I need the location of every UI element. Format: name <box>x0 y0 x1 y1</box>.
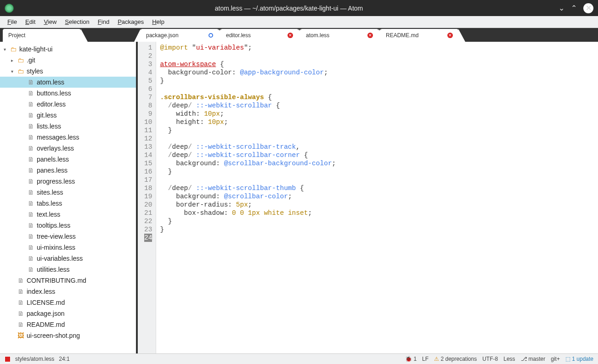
menu-selection[interactable]: Selection <box>61 17 93 26</box>
menu-packages[interactable]: Packages <box>114 17 147 26</box>
maximize-icon[interactable]: ⌃ <box>571 4 577 12</box>
tree-file-LICENSE-md[interactable]: 🗎LICENSE.md <box>0 297 136 308</box>
tree-file-tabs-less[interactable]: 🗎tabs.less <box>0 198 136 209</box>
tree-file-index-less[interactable]: 🗎index.less <box>0 286 136 297</box>
status-deprecations[interactable]: ⚠ 2 deprecations <box>434 356 477 362</box>
tree-file-sites-less[interactable]: 🗎sites.less <box>0 187 136 198</box>
code-line[interactable]: /deep/ ::-webkit-scrollbar-track, <box>160 143 336 151</box>
tree-item-label: overlays.less <box>37 145 74 152</box>
status-update[interactable]: ⬚ 1 update <box>565 356 593 362</box>
tree-file-ui-screen-shot-png[interactable]: 🖼ui-screen-shot.png <box>0 330 136 341</box>
code-line[interactable]: /deep/ ::-webkit-scrollbar-corner { <box>160 151 336 159</box>
tree-file-editor-less[interactable]: 🗎editor.less <box>0 99 136 110</box>
tab-close-icon[interactable]: ✕ <box>288 33 293 38</box>
code-line[interactable]: height: 10px; <box>160 118 336 126</box>
file-icon: 🗎 <box>27 78 35 86</box>
tree-file-atom-less[interactable]: 🗎atom.less <box>0 77 136 88</box>
tree-file-git-less[interactable]: 🗎git.less <box>0 110 136 121</box>
status-file: styles/atom.less <box>15 356 54 362</box>
tree-folder-git[interactable]: ▸🗀.git <box>0 55 136 66</box>
status-indicator-icon[interactable] <box>5 356 11 362</box>
tab-label: package.json <box>146 32 205 39</box>
tree-file-package-json[interactable]: 🗎package.json <box>0 308 136 319</box>
line-number: 8 <box>144 101 152 110</box>
tree-item-label: kate-light-ui <box>19 45 52 53</box>
status-branch[interactable]: master <box>521 356 546 362</box>
code-editor[interactable]: 123456789101112131415161718192021222324 … <box>138 42 598 353</box>
status-lf[interactable]: LF <box>422 356 429 362</box>
code-line[interactable]: } <box>160 168 336 176</box>
file-tree[interactable]: ▾🗀kate-light-ui▸🗀.git▾🗀styles🗎atom.less🗎… <box>0 42 136 353</box>
code-line[interactable]: } <box>160 225 336 234</box>
code-line[interactable] <box>160 234 336 242</box>
tree-item-label: progress.less <box>37 178 75 185</box>
tree-root[interactable]: ▾🗀kate-light-ui <box>0 44 136 55</box>
editor-tab-package-json[interactable]: package.json <box>141 29 219 42</box>
status-language[interactable]: Less <box>503 356 515 362</box>
close-icon[interactable]: ✕ <box>583 3 593 13</box>
file-icon: 🗎 <box>27 233 35 240</box>
code-line[interactable] <box>160 52 336 60</box>
tree-folder-styles[interactable]: ▾🗀styles <box>0 66 136 77</box>
code-line[interactable] <box>160 85 336 93</box>
status-encoding[interactable]: UTF-8 <box>482 356 498 362</box>
tree-file-messages-less[interactable]: 🗎messages.less <box>0 132 136 143</box>
minimize-icon[interactable]: ⌄ <box>559 4 564 12</box>
tab-close-icon[interactable] <box>209 33 213 38</box>
tree-file-tooltips-less[interactable]: 🗎tooltips.less <box>0 220 136 231</box>
code-line[interactable]: atom-workspace { <box>160 60 336 68</box>
code-line[interactable]: background-color: @app-background-color; <box>160 68 336 77</box>
tree-file-overlays-less[interactable]: 🗎overlays.less <box>0 143 136 154</box>
tree-file-ui-variables-less[interactable]: 🗎ui-variables.less <box>0 253 136 264</box>
code-line[interactable]: } <box>160 77 336 85</box>
file-icon: 🗎 <box>27 200 35 207</box>
tree-file-progress-less[interactable]: 🗎progress.less <box>0 176 136 187</box>
menu-find[interactable]: Find <box>94 17 113 26</box>
tree-item-label: panes.less <box>37 167 68 174</box>
line-number: 21 <box>144 209 152 217</box>
tree-item-label: sites.less <box>37 189 63 196</box>
tree-item-label: text.less <box>37 211 60 218</box>
menu-file[interactable]: File <box>4 17 21 26</box>
editor-tabbar: package.jsoneditor.less✕atom.less✕README… <box>138 28 598 42</box>
tree-file-panes-less[interactable]: 🗎panes.less <box>0 165 136 176</box>
code-line[interactable] <box>160 176 336 184</box>
code-line[interactable]: @import "ui-variables"; <box>160 44 336 52</box>
code-line[interactable]: width: 10px; <box>160 110 336 118</box>
menu-help[interactable]: Help <box>148 17 168 26</box>
editor-tab-README-md[interactable]: README.md✕ <box>380 29 458 42</box>
tree-file-tree-view-less[interactable]: 🗎tree-view.less <box>0 231 136 242</box>
tree-file-utilities-less[interactable]: 🗎utilities.less <box>0 264 136 275</box>
editor-tab-editor-less[interactable]: editor.less✕ <box>220 29 299 42</box>
code-line[interactable]: /deep/ ::-webkit-scrollbar { <box>160 101 336 110</box>
tree-file-lists-less[interactable]: 🗎lists.less <box>0 121 136 132</box>
editor-tab-atom-less[interactable]: atom.less✕ <box>300 29 378 42</box>
tab-close-icon[interactable]: ✕ <box>367 33 373 38</box>
code-line[interactable]: .scrollbars-visible-always { <box>160 93 336 101</box>
expand-arrow-icon: ▸ <box>11 58 17 63</box>
code-line[interactable] <box>160 134 336 143</box>
sidebar-tab-project[interactable]: Project <box>3 29 81 42</box>
tree-file-ui-mixins-less[interactable]: 🗎ui-mixins.less <box>0 242 136 253</box>
tree-file-CONTRIBUTING-md[interactable]: 🗎CONTRIBUTING.md <box>0 275 136 286</box>
tree-file-panels-less[interactable]: 🗎panels.less <box>0 154 136 165</box>
code-line[interactable]: } <box>160 217 336 225</box>
tab-close-icon[interactable]: ✕ <box>447 33 453 38</box>
code-line[interactable]: background: @scrollbar-background-color; <box>160 159 336 168</box>
code-line[interactable]: } <box>160 126 336 134</box>
menu-edit[interactable]: Edit <box>22 17 39 26</box>
status-git[interactable]: git+ <box>551 356 560 362</box>
tree-file-README-md[interactable]: 🗎README.md <box>0 319 136 330</box>
status-bug[interactable]: 🐞 1 <box>405 356 417 362</box>
file-icon: 🗎 <box>17 310 25 317</box>
menu-view[interactable]: View <box>40 17 60 26</box>
line-number: 6 <box>144 85 152 93</box>
tree-file-buttons-less[interactable]: 🗎buttons.less <box>0 88 136 99</box>
code-line[interactable]: background: @scrollbar-color; <box>160 192 336 201</box>
code-line[interactable]: /deep/ ::-webkit-scrollbar-thumb { <box>160 184 336 192</box>
code-content[interactable]: @import "ui-variables"; atom-workspace {… <box>156 42 336 353</box>
code-line[interactable]: border-radius: 5px; <box>160 201 336 209</box>
tree-file-text-less[interactable]: 🗎text.less <box>0 209 136 220</box>
line-number: 16 <box>144 168 152 176</box>
code-line[interactable]: box-shadow: 0 0 1px white inset; <box>160 209 336 217</box>
